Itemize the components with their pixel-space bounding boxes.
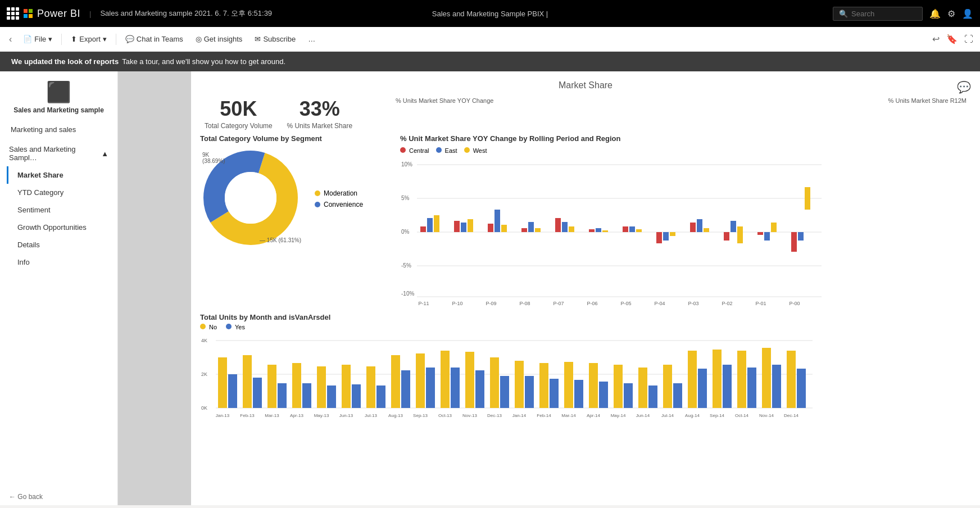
svg-rect-99 bbox=[614, 365, 623, 408]
sidebar: ⬛ Sales and Marketing sample Marketing a… bbox=[0, 71, 118, 505]
west-dot bbox=[464, 147, 470, 153]
svg-text:Dec-13: Dec-13 bbox=[487, 413, 502, 418]
sidebar-item-market-share[interactable]: Market Share bbox=[7, 166, 117, 184]
svg-rect-15 bbox=[434, 215, 439, 232]
charts-grid: Total Category Volume by Segment 9K(38.6… bbox=[200, 134, 971, 304]
back-button[interactable]: ‹ bbox=[4, 32, 16, 47]
svg-rect-21 bbox=[501, 225, 507, 232]
svg-text:Apr-13: Apr-13 bbox=[290, 413, 304, 418]
svg-rect-46 bbox=[791, 232, 797, 252]
svg-rect-41 bbox=[731, 221, 736, 232]
fullscreen-button[interactable]: ⛶ bbox=[962, 31, 976, 47]
svg-rect-74 bbox=[302, 383, 311, 408]
undo-button[interactable]: ↩ bbox=[930, 31, 942, 47]
svg-rect-77 bbox=[342, 365, 351, 408]
toolbar: ‹ 📄 File ▾ ⬆ Export ▾ 💬 Chat in Teams ◎ … bbox=[0, 27, 980, 52]
legend-east: East bbox=[436, 147, 457, 154]
svg-rect-103 bbox=[663, 365, 672, 408]
bottom-section: Total Units by Month and isVanArsdel No … bbox=[200, 313, 971, 425]
donut-label-15k: — 15K (61.31%) bbox=[260, 237, 301, 243]
teams-icon: 💬 bbox=[125, 35, 134, 43]
svg-rect-90 bbox=[500, 376, 509, 408]
svg-text:Jun-13: Jun-13 bbox=[339, 413, 353, 418]
svg-rect-89 bbox=[490, 357, 499, 408]
svg-rect-16 bbox=[454, 221, 460, 232]
comment-icon[interactable]: 💬 bbox=[957, 80, 971, 94]
svg-rect-38 bbox=[697, 219, 702, 232]
svg-rect-32 bbox=[629, 226, 635, 232]
chat-teams-button[interactable]: 💬 Chat in Teams bbox=[120, 33, 189, 46]
power-bi-logo-icon: ⬛ bbox=[46, 80, 71, 104]
svg-rect-81 bbox=[391, 355, 400, 408]
export-button[interactable]: ⬆ Export ▾ bbox=[65, 33, 112, 46]
search-input[interactable] bbox=[851, 10, 917, 18]
more-button[interactable]: … bbox=[302, 33, 321, 46]
svg-rect-44 bbox=[764, 232, 770, 241]
svg-rect-107 bbox=[713, 350, 722, 408]
svg-rect-97 bbox=[589, 363, 598, 408]
svg-rect-20 bbox=[494, 210, 500, 232]
svg-rect-91 bbox=[515, 361, 524, 408]
svg-text:P-05: P-05 bbox=[620, 301, 631, 306]
svg-text:Nov-14: Nov-14 bbox=[759, 413, 774, 418]
topbar-center: Sales and Marketing Sample PBIX | bbox=[432, 10, 548, 18]
svg-text:Apr-14: Apr-14 bbox=[587, 413, 601, 418]
svg-rect-36 bbox=[670, 232, 675, 236]
svg-text:10%: 10% bbox=[401, 161, 412, 167]
profile-icon[interactable]: 👤 bbox=[962, 8, 973, 19]
get-insights-button[interactable]: ◎ Get insights bbox=[190, 33, 248, 46]
sidebar-group-sales[interactable]: Sales and Marketing Sampl… ▲ bbox=[0, 140, 117, 166]
svg-rect-48 bbox=[805, 187, 810, 210]
search-box[interactable]: 🔍 bbox=[833, 7, 923, 21]
sidebar-item-growth-opportunities[interactable]: Growth Opportunities bbox=[7, 219, 117, 236]
subscribe-button[interactable]: ✉ Subscribe bbox=[249, 33, 301, 46]
svg-text:0K: 0K bbox=[201, 405, 207, 411]
svg-text:Jan-14: Jan-14 bbox=[512, 413, 527, 418]
file-button[interactable]: 📄 File ▾ bbox=[17, 33, 58, 46]
svg-text:P-02: P-02 bbox=[722, 301, 732, 306]
sidebar-item-ytd-category[interactable]: YTD Category bbox=[7, 184, 117, 201]
svg-rect-112 bbox=[772, 365, 781, 408]
svg-rect-33 bbox=[636, 229, 642, 232]
legend-yes: Yes bbox=[226, 324, 245, 330]
sidebar-item-details[interactable]: Details bbox=[7, 236, 117, 253]
svg-rect-73 bbox=[292, 363, 301, 408]
svg-rect-93 bbox=[539, 363, 548, 408]
insights-icon: ◎ bbox=[196, 35, 202, 43]
bar-chart-title: % Unit Market Share YOY Change by Rollin… bbox=[400, 134, 971, 143]
notif-bold: We updated the look of reports bbox=[11, 57, 119, 66]
svg-text:Feb-14: Feb-14 bbox=[537, 413, 551, 418]
svg-rect-29 bbox=[596, 228, 601, 232]
svg-text:P-06: P-06 bbox=[587, 301, 597, 306]
svg-rect-76 bbox=[327, 385, 336, 408]
subscribe-icon: ✉ bbox=[255, 35, 261, 43]
settings-gear-icon[interactable]: ⚙ bbox=[947, 8, 955, 19]
svg-rect-108 bbox=[723, 365, 732, 408]
svg-rect-92 bbox=[525, 376, 534, 408]
bookmark-button[interactable]: 🔖 bbox=[944, 31, 960, 47]
sidebar-go-back[interactable]: ← Go back bbox=[0, 488, 117, 505]
sidebar-item-marketing-sales[interactable]: Marketing and sales bbox=[0, 121, 117, 138]
topbar: Power BI | Sales and Marketing sample 20… bbox=[0, 0, 980, 27]
legend-moderation: Moderation bbox=[315, 189, 363, 197]
svg-text:Jun-14: Jun-14 bbox=[636, 413, 650, 418]
donut-label-9k: 9K(38.69%) bbox=[202, 152, 225, 164]
metric-label-share: % Units Market Share bbox=[286, 122, 353, 130]
bar-chart-legend: Central East West bbox=[400, 147, 971, 154]
sidebar-item-sentiment[interactable]: Sentiment bbox=[7, 201, 117, 219]
bar-chart-svg: 10% 5% 0% -5% -10% bbox=[400, 156, 827, 302]
svg-text:P-11: P-11 bbox=[418, 301, 429, 306]
svg-rect-88 bbox=[475, 370, 484, 408]
svg-text:P-07: P-07 bbox=[553, 301, 564, 306]
svg-rect-87 bbox=[465, 352, 474, 408]
apps-grid-icon[interactable] bbox=[7, 7, 19, 20]
sidebar-item-info[interactable]: Info bbox=[7, 253, 117, 271]
svg-text:4K: 4K bbox=[201, 338, 207, 343]
legend-no: No bbox=[200, 324, 217, 330]
svg-rect-26 bbox=[562, 222, 568, 232]
file-chevron-icon: ▾ bbox=[48, 35, 52, 43]
svg-text:Mar-13: Mar-13 bbox=[265, 413, 279, 418]
yoy-change-label: % Units Market Share YOY Change bbox=[396, 97, 493, 104]
svg-rect-105 bbox=[688, 351, 697, 408]
notification-bell-icon[interactable]: 🔔 bbox=[929, 8, 941, 19]
